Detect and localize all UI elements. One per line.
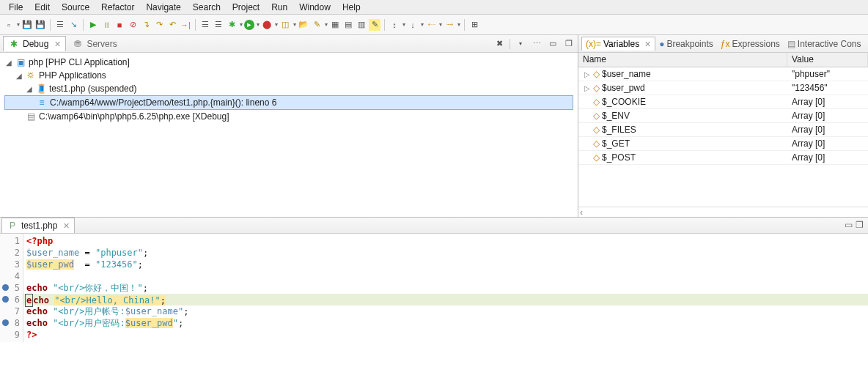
menu-icon[interactable]: ▾ [515, 38, 526, 50]
var-header: Name Value [578, 53, 868, 67]
menu-item-edit[interactable]: Edit [29, 1, 56, 12]
debug-tab-label: Debug [23, 39, 48, 49]
menu-item-navigate[interactable]: Navigate [140, 1, 186, 12]
browser-icon[interactable]: ▦ [329, 19, 341, 31]
remove-icon[interactable]: ✖ [493, 38, 505, 50]
toggle-icon[interactable]: ☰ [54, 19, 66, 31]
tab-interactive[interactable]: ▤ Interactive Cons [784, 37, 865, 51]
server-icon: ⛃ [72, 38, 84, 50]
editor-area: P test1.php ✕ ▭ ❐ 123456789 <?php$user_n… [0, 217, 868, 342]
min-icon[interactable]: ▭ [845, 220, 853, 230]
var-row[interactable]: ◇$_COOKIEArray [0] [578, 95, 868, 109]
code-editor[interactable]: <?php$user_name = "phpuser";$user_pwd = … [23, 234, 868, 342]
list-icon[interactable]: ☰ [199, 19, 211, 31]
cursor-icon[interactable]: ↘ [67, 19, 79, 31]
folder-icon[interactable]: 📂 [298, 19, 309, 31]
menu-item-refactor[interactable]: Refactor [95, 1, 140, 12]
back-icon[interactable]: ⬸ [425, 19, 437, 31]
max-icon[interactable]: ❐ [856, 220, 864, 230]
new-icon[interactable]: ▫ [3, 19, 15, 31]
run-icon[interactable]: ▸ [244, 20, 254, 30]
var-row[interactable]: ▷◇$user_pwd"123456" [578, 81, 868, 95]
max-icon[interactable]: ❐ [563, 38, 575, 50]
main-toolbar: ▫▾ 💾 💾 ☰ ↘ ▶ ⏸ ■ ⊘ ↴ ↷ ↶ →| ☰ ☰ ✱▾ ▸▾ ⬤▾… [0, 15, 868, 35]
bug-icon[interactable]: ✱ [226, 19, 238, 31]
cons-icon: ▤ [787, 39, 795, 49]
tab-variables[interactable]: (x)= Variables ✕ [581, 37, 655, 51]
list2-icon[interactable]: ☰ [213, 19, 224, 31]
php-file-icon: P [7, 220, 18, 231]
suspend-icon[interactable]: ⏸ [100, 19, 112, 31]
menu-item-search[interactable]: Search [187, 1, 227, 12]
saveall-icon[interactable]: 💾 [34, 19, 46, 31]
tree-exe[interactable]: ▤ C:\wamp64\bin\php\php5.6.25\php.exe [X… [4, 110, 573, 123]
debug-toolbar: ✖ ▾ ⋯ ▭ ❐ [493, 38, 575, 50]
menu-item-file[interactable]: File [3, 1, 29, 12]
bug-icon: ✱ [8, 38, 20, 50]
menu-item-source[interactable]: Source [56, 1, 95, 12]
menu-item-help[interactable]: Help [336, 1, 367, 12]
up-icon[interactable]: ↕ [389, 19, 400, 31]
tab-expressions[interactable]: ƒx Expressions [717, 37, 784, 51]
wand-icon[interactable]: ✎ [311, 19, 323, 31]
ext-icon[interactable]: ⬤ [261, 19, 273, 31]
tab-debug[interactable]: ✱ Debug ✕ [3, 36, 66, 51]
var-row[interactable]: ◇$_POSTArray [0] [578, 151, 868, 165]
variables-pane: (x)= Variables ✕ ● Breakpoints ƒx Expres… [578, 35, 868, 217]
var-row[interactable]: ▷◇$user_name"phpuser" [578, 67, 868, 81]
term-icon[interactable]: ▥ [356, 19, 367, 31]
save-icon[interactable]: 💾 [21, 19, 33, 31]
disconnect-icon[interactable]: ⊘ [127, 19, 139, 31]
tree-icon[interactable]: ⋯ [531, 38, 542, 50]
menu-item-run[interactable]: Run [265, 1, 293, 12]
menu-item-window[interactable]: Window [293, 1, 336, 12]
debug-tree: ◢▣ php [PHP CLI Application] ◢⛭ PHP Appl… [0, 53, 578, 217]
tree-root[interactable]: ◢▣ php [PHP CLI Application] [4, 56, 573, 69]
close-icon[interactable]: ✕ [63, 221, 70, 231]
tree-app[interactable]: ◢⛭ PHP Applications [4, 69, 573, 82]
box-icon[interactable]: ◫ [279, 19, 291, 31]
hl-icon[interactable]: ✎ [369, 19, 380, 31]
grid-icon[interactable]: ⊞ [468, 19, 480, 31]
stepinto-icon[interactable]: ↴ [140, 19, 152, 31]
close-icon[interactable]: ✕ [644, 40, 651, 49]
bp-icon: ● [659, 39, 664, 49]
menu-item-project[interactable]: Project [227, 1, 265, 12]
resume-icon[interactable]: ▶ [87, 19, 99, 31]
tab-servers[interactable]: ⛃ Servers [67, 37, 121, 51]
down-icon[interactable]: ↓ [407, 19, 419, 31]
debug-pane: ✱ Debug ✕ ⛃ Servers ✖ ▾ ⋯ ▭ ❐ ◢▣ php [PH… [0, 35, 578, 217]
min-icon[interactable]: ▭ [547, 38, 559, 50]
expr-icon: ƒx [721, 39, 730, 49]
menubar: FileEditSourceRefactorNavigateSearchProj… [0, 0, 868, 15]
tree-frame[interactable]: ≡ C:/wamp64/www/ProjectDemo/test1.php.{m… [4, 95, 573, 110]
stepreturn-icon[interactable]: ↶ [166, 19, 178, 31]
var-row[interactable]: ◇$_ENVArray [0] [578, 109, 868, 123]
editor-tab[interactable]: P test1.php ✕ [1, 218, 75, 233]
var-row[interactable]: ◇$_GETArray [0] [578, 137, 868, 151]
var-row[interactable]: ◇$_FILESArray [0] [578, 123, 868, 137]
runtoline-icon[interactable]: →| [180, 19, 191, 31]
close-icon[interactable]: ✕ [54, 40, 61, 49]
servers-tab-label: Servers [87, 39, 117, 49]
stepover-icon[interactable]: ↷ [153, 19, 165, 31]
var-icon: (x)= [586, 39, 601, 49]
sql-icon[interactable]: ▤ [342, 19, 354, 31]
fwd-icon[interactable]: ⤑ [444, 19, 455, 31]
tab-breakpoints[interactable]: ● Breakpoints [655, 37, 717, 51]
terminate-icon[interactable]: ■ [114, 19, 125, 31]
tree-thread[interactable]: ◢🧵 test1.php (suspended) [4, 82, 573, 95]
line-gutter[interactable]: 123456789 [0, 234, 23, 342]
